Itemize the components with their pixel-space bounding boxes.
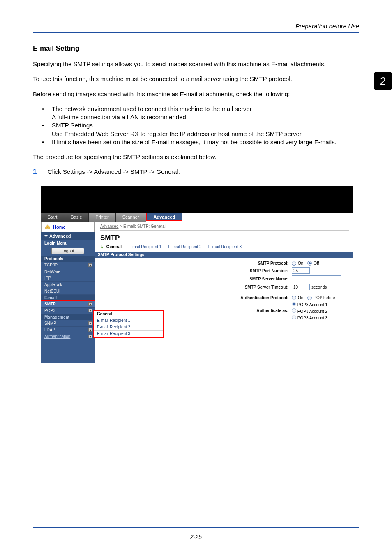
radio-label-popbefore: POP before <box>314 296 335 300</box>
subnav-general[interactable]: General <box>106 245 122 249</box>
chevron-right-icon <box>88 328 92 332</box>
sidebar-item-tcpip[interactable]: TCP/IP <box>41 262 95 268</box>
chevron-right-icon <box>88 263 92 267</box>
sidebar-item-appletalk[interactable]: AppleTalk <box>41 282 95 288</box>
sidebar-item-authentication[interactable]: Authentication <box>41 333 95 340</box>
sidebar-heading-link[interactable]: Management <box>44 315 69 319</box>
sidebar-home-link[interactable]: Home <box>41 222 95 232</box>
paragraph: Before sending images scanned with this … <box>33 90 359 98</box>
sidebar-item-smtp[interactable]: SMTP <box>41 301 95 308</box>
label-seconds: seconds <box>311 285 327 289</box>
figure-tabstrip: Start Basic Printer Scanner Advanced <box>41 213 353 222</box>
list-item-text: Use Embedded Web Server RX to register t… <box>52 130 303 137</box>
sidebar-item-label: POP3 <box>44 308 55 313</box>
sidebar-group-label: Advanced <box>49 234 71 238</box>
figure-black-band <box>41 186 353 213</box>
radio-label-acct3: POP3 Account 3 <box>297 316 327 320</box>
breadcrumb: Advanced > E-mail: SMTP: General <box>100 224 349 229</box>
list-item-text: A full-time connection via a LAN is reco… <box>52 113 188 120</box>
sidebar-group-advanced[interactable]: Advanced <box>41 232 95 240</box>
radio-smtp-on[interactable] <box>292 261 296 266</box>
panel-subnav: ↳ General | E-mail Recipient 1 | E-mail … <box>100 245 349 249</box>
running-head: Preparation before Use <box>33 23 359 32</box>
sidebar-item-label: SMTP <box>44 302 56 306</box>
tab-start[interactable]: Start <box>41 213 64 222</box>
sidebar-home-label: Home <box>53 224 66 229</box>
radio-label-acct2: POP3 Account 2 <box>297 309 327 314</box>
flyout-item-recipient3[interactable]: E-mail Recipient 3 <box>94 331 163 337</box>
sidebar-heading-management: Management <box>41 314 95 320</box>
tab-advanced[interactable]: Advanced <box>146 213 183 221</box>
sidebar-heading-link[interactable]: E-mail <box>44 296 57 300</box>
tab-scanner[interactable]: Scanner <box>116 213 146 222</box>
sidebar-heading-protocols: Protocols <box>41 256 95 262</box>
input-smtp-timeout[interactable] <box>292 284 310 290</box>
flyout-item-general[interactable]: General <box>94 311 163 317</box>
sidebar-item-label: NetWare <box>44 269 60 274</box>
input-smtp-server[interactable] <box>292 275 341 282</box>
sidebar-item-label: TCP/IP <box>44 263 58 267</box>
chevron-right-icon <box>88 335 92 338</box>
subnav-recipient3[interactable]: E-mail Recipient 3 <box>208 245 242 249</box>
sidebar-heading-email: E-mail <box>41 295 95 301</box>
divider <box>100 230 349 231</box>
sidebar-login-menu: Login Menu <box>41 240 95 247</box>
subnav-recipient2[interactable]: E-mail Recipient 2 <box>168 245 202 249</box>
caret-down-icon <box>44 235 48 237</box>
list-item-text: SMTP Settings <box>52 122 93 129</box>
list-item: SMTP Settings Use Embedded Web Server RX… <box>42 121 359 138</box>
home-icon <box>45 224 51 230</box>
radio-auth-on[interactable] <box>292 296 296 300</box>
sidebar-item-label: NetBEUI <box>44 289 60 294</box>
subnav-arrow-icon: ↳ <box>100 245 104 249</box>
chevron-right-icon <box>88 321 92 325</box>
sidebar-item-netbeui[interactable]: NetBEUI <box>41 288 95 295</box>
sidebar-item-label: IPP <box>44 276 51 280</box>
logout-button[interactable]: Logout <box>51 248 84 254</box>
sidebar-item-pop3[interactable]: POP3 <box>41 308 95 314</box>
subnav-recipient1[interactable]: E-mail Recipient 1 <box>128 245 161 249</box>
radio-label-on: On <box>298 261 303 266</box>
list-item: The network environment used to connect … <box>42 105 359 122</box>
radio-label-off: Off <box>314 261 319 266</box>
sidebar-item-netware[interactable]: NetWare <box>41 268 95 275</box>
radio-pop3-acct3[interactable] <box>292 315 296 319</box>
sidebar-item-ipp[interactable]: IPP <box>41 275 95 282</box>
label-smtp-protocol: SMTP Protocol: <box>258 261 288 266</box>
paragraph: The procedure for specifying the SMTP se… <box>33 153 359 161</box>
breadcrumb-tail: E-mail: SMTP: General <box>123 224 166 229</box>
label-smtp-timeout: SMTP Server Timeout: <box>245 285 288 289</box>
figure-main-panel: Advanced > E-mail: SMTP: General SMTP ↳ … <box>95 222 353 363</box>
header-rule <box>33 32 359 33</box>
chevron-right-icon <box>88 309 92 312</box>
flyout-smtp-submenu: General E-mail Recipient 1 E-mail Recipi… <box>93 310 164 338</box>
divider <box>100 293 349 293</box>
panel-title-smtp: SMTP <box>100 234 349 242</box>
footer-rule <box>33 527 359 528</box>
list-item-text: If limits have been set on the size of E… <box>52 139 337 146</box>
bullet-list: The network environment used to connect … <box>42 105 359 146</box>
radio-pop3-acct2[interactable] <box>292 308 296 313</box>
flyout-item-recipient1[interactable]: E-mail Recipient 1 <box>94 317 163 324</box>
breadcrumb-advanced-link[interactable]: Advanced <box>100 224 118 229</box>
sidebar-item-ldap[interactable]: LDAP <box>41 327 95 333</box>
radio-auth-popbefore[interactable] <box>307 296 312 300</box>
chapter-number-tab: 2 <box>374 72 392 90</box>
list-item: If limits have been set on the size of E… <box>42 138 359 146</box>
label-authenticate-as: Authenticate as: <box>256 308 288 313</box>
chevron-right-icon <box>88 302 92 306</box>
tab-basic[interactable]: Basic <box>64 213 89 222</box>
list-item-text: The network environment used to connect … <box>52 105 252 112</box>
step-text: Click Settings -> Advanced -> SMTP -> Ge… <box>48 168 180 175</box>
figure-sidebar: Home Advanced Login Menu Logout Protocol… <box>41 222 95 363</box>
radio-label-on2: On <box>298 296 303 300</box>
flyout-item-recipient2[interactable]: E-mail Recipient 2 <box>94 324 163 331</box>
radio-pop3-acct1[interactable] <box>292 302 296 306</box>
radio-smtp-off[interactable] <box>307 261 312 266</box>
paragraph: To use this function, this machine must … <box>33 75 359 83</box>
input-smtp-port[interactable] <box>292 267 310 274</box>
section-title: E-mail Setting <box>33 44 359 53</box>
radio-label-acct1: POP3 Account 1 <box>297 303 327 307</box>
tab-printer[interactable]: Printer <box>89 213 115 222</box>
sidebar-item-snmp[interactable]: SNMP <box>41 320 95 327</box>
